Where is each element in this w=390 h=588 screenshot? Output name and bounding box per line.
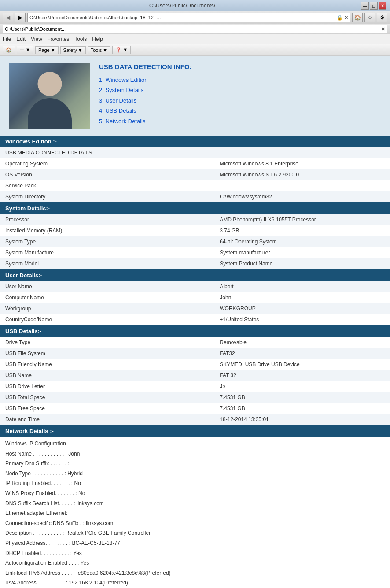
workgroup-row: Workgroup WORKGROUP bbox=[0, 303, 390, 314]
tools-label: Tools bbox=[91, 48, 102, 53]
nav-link-network[interactable]: 5. Network Details bbox=[99, 116, 381, 126]
network-line-4: IP Routing Enabled. . . . . . . : No bbox=[5, 479, 385, 489]
nav-link-usb[interactable]: 4. USB Details bbox=[99, 106, 381, 116]
windows-edition-title: Windows Edition :- bbox=[0, 136, 390, 147]
usb-total-value: 7.4531 GB bbox=[214, 392, 390, 403]
os-value: Microsoft Windows 8.1 Enterprise bbox=[214, 158, 390, 169]
tools-toolbar-button[interactable]: Tools ▼ bbox=[88, 46, 111, 54]
edit-menu[interactable]: Edit bbox=[16, 35, 26, 43]
network-line-7: Ethernet adapter Ethernet: bbox=[5, 509, 385, 518]
print-options-button[interactable]: ☷ ▼ bbox=[17, 46, 33, 54]
sys-type-key: System Type bbox=[0, 236, 214, 247]
sys-dir-row: System Directory C:\Windows\system32 bbox=[0, 191, 390, 202]
ram-key: Installed Memory (RAM) bbox=[0, 225, 214, 236]
os-version-value: Microsoft Windows NT 6.2.9200.0 bbox=[214, 169, 390, 180]
usb-details-title: USB Details:- bbox=[0, 325, 390, 338]
address-icons: 🔒 ✕ bbox=[337, 15, 348, 21]
computer-name-key: Computer Name bbox=[0, 292, 214, 303]
processor-key: Processor bbox=[0, 214, 214, 225]
help-menu[interactable]: Help bbox=[92, 35, 103, 43]
service-pack-key: Service Pack bbox=[0, 180, 214, 191]
back-button[interactable]: ◀ bbox=[3, 13, 13, 22]
favorites-menu[interactable]: Favorites bbox=[48, 35, 69, 43]
network-line-9: Description . . . . . . . . . . : Realte… bbox=[5, 529, 385, 538]
page-label: Page bbox=[38, 48, 50, 53]
service-pack-row: Service Pack bbox=[0, 180, 390, 191]
file-menu[interactable]: File bbox=[3, 35, 11, 43]
usb-name-value: FAT 32 bbox=[214, 370, 390, 381]
close-button[interactable]: ✕ bbox=[379, 2, 386, 10]
close-tab-icon[interactable]: ✕ bbox=[381, 26, 385, 32]
usb-fs-value: FAT32 bbox=[214, 348, 390, 359]
os-row: Operating System Microsoft Windows 8.1 E… bbox=[0, 158, 390, 169]
safety-button[interactable]: Safety ▼ bbox=[60, 46, 86, 54]
help-toolbar-button[interactable]: ❓ ▼ bbox=[112, 46, 131, 54]
usb-free-row: USB Free Space 7.4531 GB bbox=[0, 403, 390, 414]
usb-friendly-value: SKYMEDI USB Drive USB Device bbox=[214, 359, 390, 370]
forward-button[interactable]: ▶ bbox=[15, 13, 26, 22]
menu-bar: File Edit View Favorites Tools Help bbox=[0, 34, 390, 44]
network-line-13: Link-local IPv6 Address . . . . : fe80::… bbox=[5, 569, 385, 578]
network-line-10: Physical Address. . . . . . . . : BC-AE-… bbox=[5, 539, 385, 548]
workgroup-value: WORKGROUP bbox=[214, 303, 390, 314]
network-text-block: Windows IP Configuration Host Name . . .… bbox=[0, 437, 390, 588]
user-details-header: User Details:- bbox=[0, 269, 390, 282]
usb-friendly-row: USB Friendly Name SKYMEDI USB Drive USB … bbox=[0, 359, 390, 370]
date-time-key: Date and Time bbox=[0, 414, 214, 425]
network-details-header: Network Details :- bbox=[0, 425, 390, 437]
home-button[interactable]: 🏠 bbox=[352, 13, 363, 22]
system-details-header: System Details:- bbox=[0, 202, 390, 215]
nav-link-system[interactable]: 2. System Details bbox=[99, 85, 381, 95]
date-time-row: Date and Time 18-12-2014 13:35:01 bbox=[0, 414, 390, 425]
address-bar[interactable]: C:\Users\Public\Documents\Usbinfo\Albert… bbox=[27, 13, 350, 22]
settings-button[interactable]: ⚙ bbox=[377, 13, 387, 22]
sys-dir-key: System Directory bbox=[0, 191, 214, 202]
username-row: User Name Albert bbox=[0, 281, 390, 292]
sys-model-row: System Model System Product Name bbox=[0, 258, 390, 269]
favorites-button[interactable]: ☆ bbox=[364, 13, 375, 22]
address-text: C:\Users\Public\Documents\Usbinfo\Albert… bbox=[29, 15, 162, 20]
network-line-5: WINS Proxy Enabled. . . . . . . : No bbox=[5, 489, 385, 499]
drive-type-key: Drive Type bbox=[0, 337, 214, 348]
nav-link-user[interactable]: 3. User Details bbox=[99, 96, 381, 106]
country-key: CountryCode/Name bbox=[0, 314, 214, 325]
system-details-title: System Details:- bbox=[0, 202, 390, 215]
os-version-row: OS Version Microsoft Windows NT 6.2.9200… bbox=[0, 169, 390, 180]
usb-letter-row: USB Drive Letter J:\ bbox=[0, 381, 390, 392]
home-toolbar-button[interactable]: 🏠 bbox=[3, 46, 15, 54]
nav-bar: ◀ ▶ C:\Users\Public\Documents\Usbinfo\Al… bbox=[0, 11, 390, 24]
usb-media-row: USB MEDIA CONNECTED DETAILS bbox=[0, 147, 390, 158]
network-line-14: IPv4 Address. . . . . . . . . . : 192.16… bbox=[5, 578, 385, 588]
restore-button[interactable]: ◻ bbox=[370, 2, 378, 10]
second-address-bar[interactable]: C:\Users\Public\Document... ✕ bbox=[3, 25, 387, 33]
country-row: CountryCode/Name +1/United States bbox=[0, 314, 390, 325]
usb-free-value: 7.4531 GB bbox=[214, 403, 390, 414]
minimize-button[interactable]: — bbox=[361, 2, 369, 10]
usb-name-key: USB Name bbox=[0, 370, 214, 381]
view-menu[interactable]: View bbox=[31, 35, 42, 43]
sys-mfr-value: System manufacturer bbox=[214, 247, 390, 258]
profile-photo-inner bbox=[9, 63, 90, 129]
toolbar: 🏠 ☷ ▼ Page ▼ Safety ▼ Tools ▼ ❓ ▼ bbox=[0, 44, 390, 56]
window-controls: — ◻ ✕ bbox=[361, 2, 386, 10]
sys-dir-value: C:\Windows\system32 bbox=[214, 191, 390, 202]
network-details-content: Windows IP Configuration Host Name . . .… bbox=[0, 437, 390, 588]
computer-name-value: John bbox=[214, 292, 390, 303]
refresh-icon[interactable]: ✕ bbox=[344, 15, 348, 21]
profile-photo bbox=[9, 63, 90, 129]
nav-link-windows[interactable]: 1. Windows Edition bbox=[99, 75, 381, 85]
tools-menu[interactable]: Tools bbox=[74, 35, 87, 43]
network-line-6: DNS Suffix Search List. . . . . : linksy… bbox=[5, 499, 385, 509]
usb-letter-value: J:\ bbox=[214, 381, 390, 392]
country-value: +1/United States bbox=[214, 314, 390, 325]
page-button[interactable]: Page ▼ bbox=[35, 46, 59, 54]
second-address-text: C:\Users\Public\Document... bbox=[5, 26, 66, 32]
sys-model-value: System Product Name bbox=[214, 258, 390, 269]
window-title: C:\Users\Public\Documents\ bbox=[4, 3, 361, 9]
usb-free-key: USB Free Space bbox=[0, 403, 214, 414]
network-line-12: Autoconfiguration Enabled . . . : Yes bbox=[5, 559, 385, 568]
usb-total-row: USB Total Space 7.4531 GB bbox=[0, 392, 390, 403]
usb-letter-key: USB Drive Letter bbox=[0, 381, 214, 392]
ram-value: 3.74 GB bbox=[214, 225, 390, 236]
processor-value: AMD Phenom(tm) II X6 1055T Processor bbox=[214, 214, 390, 225]
